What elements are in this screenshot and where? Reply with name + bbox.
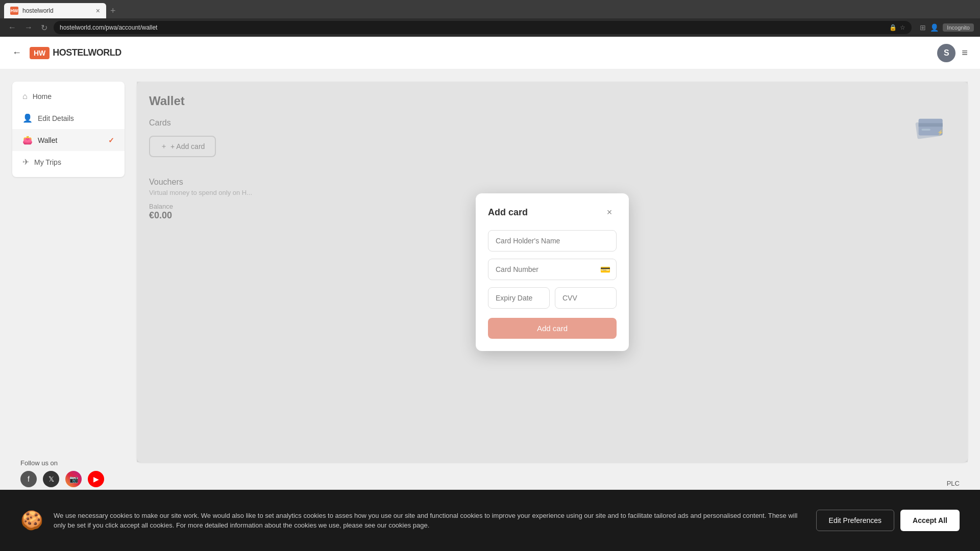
- user-avatar[interactable]: S: [937, 44, 955, 62]
- sidebar-item-home-label: Home: [33, 92, 52, 101]
- logo-text: HOSTELWORLD: [53, 47, 121, 58]
- tab-close-button[interactable]: ×: [96, 7, 100, 15]
- cvv-group: [555, 287, 617, 309]
- site-header: ← HW HOSTELWORLD S ≡: [0, 37, 980, 69]
- address-bar[interactable]: hostelworld.com/pwa/account/wallet 🔒 ☆: [54, 21, 912, 34]
- modal-title: Add card: [488, 207, 528, 218]
- add-card-modal: Add card × 💳: [476, 193, 629, 351]
- content-area: Wallet ⚡ Cards ＋ + Add card: [137, 82, 968, 462]
- extensions-icon[interactable]: ⊞: [920, 23, 926, 32]
- sidebar-item-home[interactable]: ⌂ Home: [12, 86, 125, 107]
- main-layout: ⌂ Home 👤 Edit Details 👛 Wallet ✓ ✈ My Tr…: [0, 69, 980, 474]
- card-number-wrapper: 💳: [488, 259, 617, 280]
- logo-box: HW: [30, 47, 50, 59]
- youtube-icon[interactable]: ▶: [88, 471, 104, 487]
- add-card-submit-button[interactable]: Add card: [488, 318, 617, 339]
- card-number-group: 💳: [488, 259, 617, 280]
- facebook-icon[interactable]: f: [20, 471, 37, 487]
- menu-button[interactable]: ≡: [962, 47, 968, 59]
- accept-all-label: Accept All: [913, 516, 947, 524]
- sidebar-item-my-trips[interactable]: ✈ My Trips: [12, 151, 125, 173]
- sidebar-item-edit-details-label: Edit Details: [38, 114, 74, 122]
- submit-label: Add card: [537, 324, 568, 333]
- wallet-icon: 👛: [22, 135, 33, 145]
- expiry-group: [488, 287, 550, 309]
- edit-prefs-label: Edit Preferences: [829, 516, 882, 524]
- browser-tab[interactable]: HW hostelworld ×: [4, 3, 106, 18]
- incognito-badge: Incognito: [943, 23, 974, 32]
- cvv-input[interactable]: [555, 287, 617, 309]
- credit-card-icon: 💳: [600, 264, 610, 274]
- home-icon: ⌂: [22, 92, 28, 101]
- edit-preferences-button[interactable]: Edit Preferences: [816, 510, 895, 531]
- footer-right: PLC: [947, 480, 960, 487]
- cookie-buttons: Edit Preferences Accept All: [816, 510, 960, 531]
- cookie-icon: 🍪: [20, 510, 43, 531]
- cookie-text: We use necessary cookies to make our sit…: [54, 511, 806, 531]
- modal-overlay[interactable]: Add card × 💳: [137, 82, 968, 462]
- tab-favicon: HW: [10, 7, 18, 15]
- forward-navigation-button[interactable]: →: [22, 21, 35, 34]
- sidebar-item-wallet[interactable]: 👛 Wallet ✓: [12, 129, 125, 151]
- star-icon[interactable]: ☆: [900, 24, 905, 31]
- user-icon: 👤: [22, 113, 33, 123]
- sidebar-item-wallet-label: Wallet: [38, 136, 57, 144]
- card-holder-input[interactable]: [488, 230, 617, 252]
- sidebar-item-my-trips-label: My Trips: [34, 158, 61, 166]
- sidebar: ⌂ Home 👤 Edit Details 👛 Wallet ✓ ✈ My Tr…: [12, 82, 125, 177]
- card-holder-group: [488, 230, 617, 252]
- lock-icon: 🔒: [889, 24, 897, 31]
- logo[interactable]: HW HOSTELWORLD: [30, 47, 121, 59]
- reload-button[interactable]: ↻: [39, 21, 50, 35]
- url-display: hostelworld.com/pwa/account/wallet: [60, 24, 885, 31]
- cookie-banner: 🍪 We use necessary cookies to make our s…: [0, 490, 980, 551]
- sidebar-item-edit-details[interactable]: 👤 Edit Details: [12, 107, 125, 129]
- modal-close-button[interactable]: ×: [602, 206, 617, 220]
- modal-header: Add card ×: [488, 206, 617, 220]
- back-navigation-button[interactable]: ←: [6, 21, 18, 34]
- follow-label: Follow us on: [20, 459, 104, 467]
- expiry-input[interactable]: [488, 287, 550, 309]
- card-number-input[interactable]: [488, 259, 617, 280]
- expiry-cvv-row: [488, 287, 617, 316]
- profile-icon[interactable]: 👤: [930, 23, 939, 32]
- instagram-icon[interactable]: 📷: [65, 471, 82, 487]
- accept-all-button[interactable]: Accept All: [900, 510, 960, 531]
- tab-title: hostelworld: [22, 7, 92, 14]
- twitter-x-icon[interactable]: 𝕏: [43, 471, 59, 487]
- footer-social: Follow us on f 𝕏 📷 ▶: [20, 459, 104, 487]
- back-button[interactable]: ←: [12, 47, 21, 58]
- new-tab-button[interactable]: +: [110, 3, 116, 18]
- trips-icon: ✈: [22, 157, 29, 167]
- active-check-icon: ✓: [108, 136, 114, 144]
